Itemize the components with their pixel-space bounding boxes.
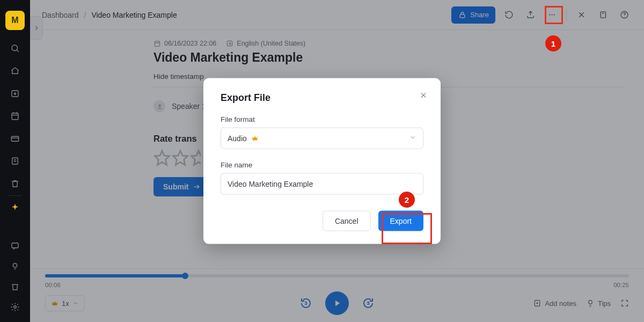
svg-line-1 [17,50,18,52]
search-icon[interactable] [10,43,20,54]
svg-point-14 [14,306,17,309]
file-name-input[interactable] [228,174,416,194]
file-name-label: File name [221,161,423,169]
annotation-number-2: 2 [399,192,415,208]
file-name-field[interactable] [221,173,423,195]
cancel-button[interactable]: Cancel [323,211,371,231]
svg-point-0 [12,45,18,51]
svg-rect-3 [12,113,18,120]
svg-rect-11 [12,243,18,248]
wallet-icon[interactable] [10,133,20,144]
svg-rect-8 [12,158,18,164]
lightbulb-icon[interactable] [10,261,20,272]
chevron-down-icon [409,134,416,143]
sidebar: M [0,0,30,322]
modal-close-button[interactable] [417,89,430,102]
trash-icon[interactable] [10,178,20,189]
svg-rect-7 [11,136,19,141]
export-confirm-button[interactable]: Export [378,211,423,231]
note-icon[interactable] [10,156,20,166]
calendar-icon[interactable] [10,111,20,121]
home-icon[interactable] [10,65,20,76]
ai-sparkle-icon[interactable] [10,202,20,213]
chat-icon[interactable] [10,240,20,251]
avatar[interactable]: M [5,11,25,30]
settings-icon[interactable] [10,302,20,312]
import-icon[interactable] [10,88,20,99]
file-format-label: File format [221,115,423,123]
trash2-icon[interactable] [10,281,20,292]
modal-title: Export File [221,92,423,104]
crown-icon [251,135,259,142]
export-modal: Export File File format Audio File name … [203,78,441,244]
file-format-value: Audio [228,134,247,143]
svg-point-12 [13,264,17,268]
annotation-number-1: 1 [545,35,561,52]
file-format-select[interactable]: Audio [221,128,423,149]
